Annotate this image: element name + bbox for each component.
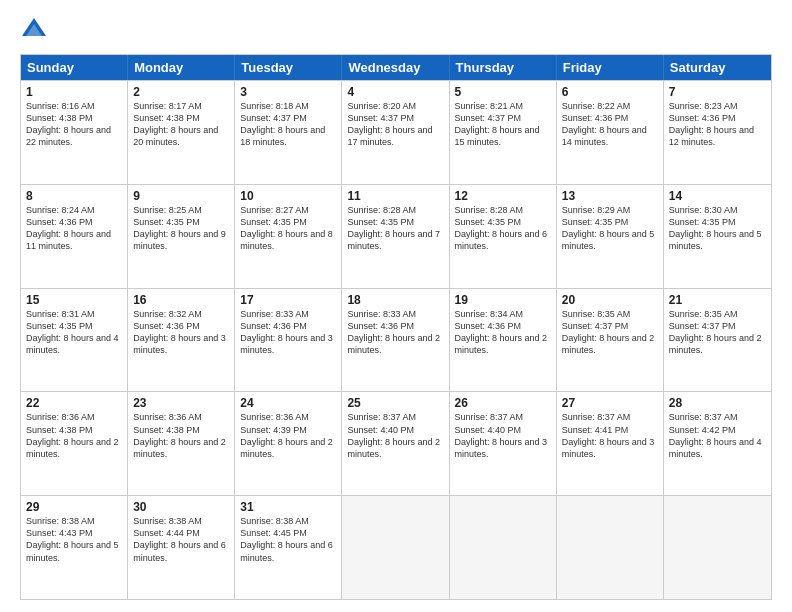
calendar-cell: 28Sunrise: 8:37 AM Sunset: 4:42 PM Dayli… xyxy=(664,392,771,495)
day-info: Sunrise: 8:36 AM Sunset: 4:38 PM Dayligh… xyxy=(133,411,229,460)
calendar-cell: 29Sunrise: 8:38 AM Sunset: 4:43 PM Dayli… xyxy=(21,496,128,599)
logo-icon xyxy=(20,16,48,44)
day-info: Sunrise: 8:25 AM Sunset: 4:35 PM Dayligh… xyxy=(133,204,229,253)
calendar-cell: 10Sunrise: 8:27 AM Sunset: 4:35 PM Dayli… xyxy=(235,185,342,288)
day-number: 21 xyxy=(669,293,766,307)
day-number: 25 xyxy=(347,396,443,410)
day-info: Sunrise: 8:37 AM Sunset: 4:40 PM Dayligh… xyxy=(455,411,551,460)
day-info: Sunrise: 8:29 AM Sunset: 4:35 PM Dayligh… xyxy=(562,204,658,253)
calendar-cell: 23Sunrise: 8:36 AM Sunset: 4:38 PM Dayli… xyxy=(128,392,235,495)
calendar-cell: 22Sunrise: 8:36 AM Sunset: 4:38 PM Dayli… xyxy=(21,392,128,495)
day-info: Sunrise: 8:34 AM Sunset: 4:36 PM Dayligh… xyxy=(455,308,551,357)
day-number: 9 xyxy=(133,189,229,203)
calendar-cell: 17Sunrise: 8:33 AM Sunset: 4:36 PM Dayli… xyxy=(235,289,342,392)
day-info: Sunrise: 8:38 AM Sunset: 4:44 PM Dayligh… xyxy=(133,515,229,564)
day-number: 16 xyxy=(133,293,229,307)
calendar-cell: 15Sunrise: 8:31 AM Sunset: 4:35 PM Dayli… xyxy=(21,289,128,392)
day-number: 31 xyxy=(240,500,336,514)
calendar-cell: 12Sunrise: 8:28 AM Sunset: 4:35 PM Dayli… xyxy=(450,185,557,288)
calendar-row-4: 22Sunrise: 8:36 AM Sunset: 4:38 PM Dayli… xyxy=(21,391,771,495)
day-info: Sunrise: 8:31 AM Sunset: 4:35 PM Dayligh… xyxy=(26,308,122,357)
day-number: 23 xyxy=(133,396,229,410)
day-number: 27 xyxy=(562,396,658,410)
day-number: 10 xyxy=(240,189,336,203)
day-number: 7 xyxy=(669,85,766,99)
calendar-cell: 3Sunrise: 8:18 AM Sunset: 4:37 PM Daylig… xyxy=(235,81,342,184)
day-number: 17 xyxy=(240,293,336,307)
day-info: Sunrise: 8:23 AM Sunset: 4:36 PM Dayligh… xyxy=(669,100,766,149)
day-info: Sunrise: 8:28 AM Sunset: 4:35 PM Dayligh… xyxy=(455,204,551,253)
calendar-cell: 1Sunrise: 8:16 AM Sunset: 4:38 PM Daylig… xyxy=(21,81,128,184)
calendar-cell: 25Sunrise: 8:37 AM Sunset: 4:40 PM Dayli… xyxy=(342,392,449,495)
day-info: Sunrise: 8:20 AM Sunset: 4:37 PM Dayligh… xyxy=(347,100,443,149)
day-info: Sunrise: 8:28 AM Sunset: 4:35 PM Dayligh… xyxy=(347,204,443,253)
day-info: Sunrise: 8:16 AM Sunset: 4:38 PM Dayligh… xyxy=(26,100,122,149)
header-day-saturday: Saturday xyxy=(664,55,771,80)
day-info: Sunrise: 8:36 AM Sunset: 4:38 PM Dayligh… xyxy=(26,411,122,460)
calendar-row-1: 1Sunrise: 8:16 AM Sunset: 4:38 PM Daylig… xyxy=(21,80,771,184)
calendar-cell: 11Sunrise: 8:28 AM Sunset: 4:35 PM Dayli… xyxy=(342,185,449,288)
day-number: 14 xyxy=(669,189,766,203)
day-number: 15 xyxy=(26,293,122,307)
calendar-cell: 9Sunrise: 8:25 AM Sunset: 4:35 PM Daylig… xyxy=(128,185,235,288)
calendar-cell xyxy=(664,496,771,599)
day-number: 26 xyxy=(455,396,551,410)
day-number: 2 xyxy=(133,85,229,99)
header-day-friday: Friday xyxy=(557,55,664,80)
day-info: Sunrise: 8:38 AM Sunset: 4:45 PM Dayligh… xyxy=(240,515,336,564)
header-day-tuesday: Tuesday xyxy=(235,55,342,80)
day-info: Sunrise: 8:22 AM Sunset: 4:36 PM Dayligh… xyxy=(562,100,658,149)
calendar-cell: 16Sunrise: 8:32 AM Sunset: 4:36 PM Dayli… xyxy=(128,289,235,392)
header-day-thursday: Thursday xyxy=(450,55,557,80)
day-number: 29 xyxy=(26,500,122,514)
calendar-cell: 6Sunrise: 8:22 AM Sunset: 4:36 PM Daylig… xyxy=(557,81,664,184)
day-number: 4 xyxy=(347,85,443,99)
day-info: Sunrise: 8:33 AM Sunset: 4:36 PM Dayligh… xyxy=(347,308,443,357)
calendar-cell: 4Sunrise: 8:20 AM Sunset: 4:37 PM Daylig… xyxy=(342,81,449,184)
day-number: 30 xyxy=(133,500,229,514)
day-info: Sunrise: 8:18 AM Sunset: 4:37 PM Dayligh… xyxy=(240,100,336,149)
calendar-cell: 13Sunrise: 8:29 AM Sunset: 4:35 PM Dayli… xyxy=(557,185,664,288)
calendar-row-5: 29Sunrise: 8:38 AM Sunset: 4:43 PM Dayli… xyxy=(21,495,771,599)
calendar-cell: 14Sunrise: 8:30 AM Sunset: 4:35 PM Dayli… xyxy=(664,185,771,288)
calendar-cell: 19Sunrise: 8:34 AM Sunset: 4:36 PM Dayli… xyxy=(450,289,557,392)
day-info: Sunrise: 8:30 AM Sunset: 4:35 PM Dayligh… xyxy=(669,204,766,253)
calendar-cell: 27Sunrise: 8:37 AM Sunset: 4:41 PM Dayli… xyxy=(557,392,664,495)
day-info: Sunrise: 8:38 AM Sunset: 4:43 PM Dayligh… xyxy=(26,515,122,564)
calendar-cell: 30Sunrise: 8:38 AM Sunset: 4:44 PM Dayli… xyxy=(128,496,235,599)
day-number: 22 xyxy=(26,396,122,410)
calendar-header: SundayMondayTuesdayWednesdayThursdayFrid… xyxy=(21,55,771,80)
header-day-monday: Monday xyxy=(128,55,235,80)
day-number: 5 xyxy=(455,85,551,99)
header xyxy=(20,16,772,44)
day-info: Sunrise: 8:35 AM Sunset: 4:37 PM Dayligh… xyxy=(562,308,658,357)
calendar-cell: 24Sunrise: 8:36 AM Sunset: 4:39 PM Dayli… xyxy=(235,392,342,495)
calendar-cell xyxy=(557,496,664,599)
calendar-cell: 5Sunrise: 8:21 AM Sunset: 4:37 PM Daylig… xyxy=(450,81,557,184)
calendar-cell: 7Sunrise: 8:23 AM Sunset: 4:36 PM Daylig… xyxy=(664,81,771,184)
calendar: SundayMondayTuesdayWednesdayThursdayFrid… xyxy=(20,54,772,600)
day-info: Sunrise: 8:36 AM Sunset: 4:39 PM Dayligh… xyxy=(240,411,336,460)
day-info: Sunrise: 8:37 AM Sunset: 4:40 PM Dayligh… xyxy=(347,411,443,460)
day-info: Sunrise: 8:27 AM Sunset: 4:35 PM Dayligh… xyxy=(240,204,336,253)
day-number: 24 xyxy=(240,396,336,410)
calendar-cell: 31Sunrise: 8:38 AM Sunset: 4:45 PM Dayli… xyxy=(235,496,342,599)
day-number: 18 xyxy=(347,293,443,307)
calendar-cell xyxy=(342,496,449,599)
calendar-row-3: 15Sunrise: 8:31 AM Sunset: 4:35 PM Dayli… xyxy=(21,288,771,392)
calendar-cell xyxy=(450,496,557,599)
day-info: Sunrise: 8:35 AM Sunset: 4:37 PM Dayligh… xyxy=(669,308,766,357)
day-info: Sunrise: 8:17 AM Sunset: 4:38 PM Dayligh… xyxy=(133,100,229,149)
calendar-cell: 20Sunrise: 8:35 AM Sunset: 4:37 PM Dayli… xyxy=(557,289,664,392)
day-info: Sunrise: 8:21 AM Sunset: 4:37 PM Dayligh… xyxy=(455,100,551,149)
calendar-cell: 26Sunrise: 8:37 AM Sunset: 4:40 PM Dayli… xyxy=(450,392,557,495)
calendar-cell: 18Sunrise: 8:33 AM Sunset: 4:36 PM Dayli… xyxy=(342,289,449,392)
day-number: 1 xyxy=(26,85,122,99)
calendar-cell: 8Sunrise: 8:24 AM Sunset: 4:36 PM Daylig… xyxy=(21,185,128,288)
calendar-cell: 2Sunrise: 8:17 AM Sunset: 4:38 PM Daylig… xyxy=(128,81,235,184)
calendar-cell: 21Sunrise: 8:35 AM Sunset: 4:37 PM Dayli… xyxy=(664,289,771,392)
day-info: Sunrise: 8:33 AM Sunset: 4:36 PM Dayligh… xyxy=(240,308,336,357)
day-number: 6 xyxy=(562,85,658,99)
day-info: Sunrise: 8:32 AM Sunset: 4:36 PM Dayligh… xyxy=(133,308,229,357)
day-number: 12 xyxy=(455,189,551,203)
